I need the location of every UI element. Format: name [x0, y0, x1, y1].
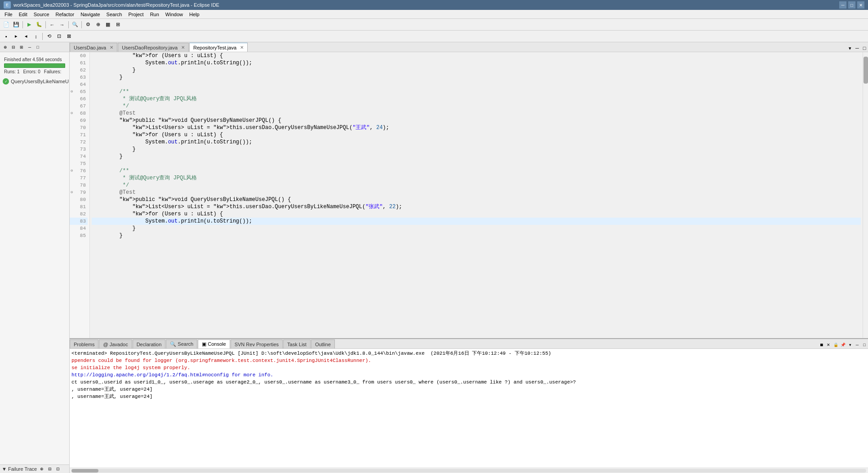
- left-panel-minimize[interactable]: ─: [26, 44, 33, 51]
- maximize-button[interactable]: □: [848, 1, 855, 9]
- code-line-69: "kw">public "kw">void QueryUsersByNameUs…: [92, 117, 861, 124]
- toolbar2-btn4[interactable]: ↕: [31, 32, 40, 41]
- left-panel-maximize[interactable]: □: [34, 44, 41, 51]
- console-line: ppenders could be found for logger (org.…: [71, 357, 866, 364]
- toolbar-back[interactable]: ←: [48, 20, 57, 29]
- left-panel-btn3[interactable]: ⊞: [18, 44, 25, 51]
- tab-repositorytest-close[interactable]: ✕: [240, 45, 244, 50]
- left-panel-btn2[interactable]: ⊟: [10, 44, 17, 51]
- bottom-tab-search[interactable]: 🔍 Search: [166, 339, 197, 348]
- bottom-tab-tasklist[interactable]: Task List: [283, 339, 311, 348]
- line-number-70: 70: [70, 124, 88, 131]
- code-line-80: "kw">public "kw">void QueryUsersByLikeNa…: [92, 196, 861, 203]
- toolbar-save[interactable]: 💾: [12, 20, 21, 29]
- menu-file[interactable]: File: [2, 11, 15, 18]
- bottom-minimize-btn[interactable]: ─: [854, 341, 861, 348]
- toolbar-btn6[interactable]: ⊕: [93, 20, 102, 29]
- bottom-lock-btn[interactable]: 🔒: [832, 341, 839, 348]
- toolbar-new[interactable]: 📄: [2, 20, 11, 29]
- code-line-82: "kw">for (Users u : uList) {: [92, 210, 861, 218]
- bottom-menu-btn[interactable]: ▾: [846, 341, 854, 348]
- test-pass-icon: ✓: [3, 78, 9, 85]
- bottom-tab-outline[interactable]: Outline: [311, 339, 335, 348]
- left-panel: ⊕ ⊟ ⊞ ─ □ Finished after 4.594 seconds R…: [0, 42, 70, 473]
- bottom-tab-console[interactable]: ▣ Console: [198, 339, 230, 348]
- line-number-85: 85: [70, 232, 88, 239]
- toolbar2-btn5[interactable]: ⟲: [45, 32, 53, 41]
- failure-trace-label: ▼ Failure Trace: [2, 466, 37, 472]
- bottom-tab-declaration[interactable]: Declaration: [133, 339, 166, 348]
- failure-trace-btn3[interactable]: ⊡: [55, 466, 61, 472]
- tab-minimize-btn[interactable]: ─: [854, 45, 861, 52]
- bottom-tab-problems[interactable]: Problems: [70, 339, 98, 348]
- tab-usersdaorepository[interactable]: UsersDaoRepository.java ✕: [118, 43, 189, 52]
- code-line-77: * 测试@Query查询 JPQL风格: [92, 174, 861, 182]
- code-line-60: "kw">for (Users u : uList) {: [92, 52, 861, 59]
- toolbar-forward[interactable]: →: [58, 20, 67, 29]
- menu-refactor[interactable]: Refactor: [53, 11, 77, 18]
- menu-source[interactable]: Source: [31, 11, 52, 18]
- toolbar-btn7[interactable]: ▦: [103, 20, 112, 29]
- code-line-73: }: [92, 146, 861, 153]
- toolbar2-btn1[interactable]: ▪: [2, 32, 11, 41]
- editor-scrollbar-thumb: [864, 57, 868, 84]
- menu-project[interactable]: Project: [125, 11, 146, 18]
- code-line-78: */: [92, 182, 861, 189]
- tab-menu-btn[interactable]: ▾: [846, 45, 854, 52]
- failure-trace-btn2[interactable]: ⊟: [47, 466, 53, 472]
- left-panel-content: Finished after 4.594 seconds Runs: 1 Err…: [0, 52, 69, 464]
- failure-trace-btn1[interactable]: ⊕: [39, 466, 45, 472]
- bottom-panel: Problems @ Javadoc Declaration 🔍 Search …: [70, 338, 868, 473]
- line-number-62: 62: [70, 67, 88, 74]
- menu-help[interactable]: Help: [187, 11, 202, 18]
- failure-trace-section: ▼ Failure Trace ⊕ ⊟ ⊡: [0, 464, 69, 473]
- console-header-line: <terminated> RepositoryTest.QueryUsersBy…: [71, 350, 866, 357]
- left-panel-btn1[interactable]: ⊕: [2, 44, 9, 51]
- test-tree-item[interactable]: ✓ QueryUsersByLikeNameU: [1, 77, 68, 85]
- bottom-clear-btn[interactable]: ✕: [825, 341, 832, 348]
- menu-window[interactable]: Window: [163, 11, 186, 18]
- code-editor: 6061626364656667686970717273747576777879…: [70, 52, 868, 338]
- tab-repositorytest[interactable]: RepositoryTest.java ✕: [189, 43, 248, 52]
- code-line-85: }: [92, 232, 861, 239]
- bottom-tab-javadoc[interactable]: @ Javadoc: [99, 339, 132, 348]
- bottom-tab-svn[interactable]: SVN Rev Properties: [231, 339, 283, 348]
- bottom-pin-btn[interactable]: 📌: [839, 341, 846, 348]
- close-button[interactable]: ✕: [857, 1, 864, 9]
- line-number-61: 61: [70, 59, 88, 67]
- menu-run[interactable]: Run: [147, 11, 162, 18]
- toolbar2-btn2[interactable]: ▸: [12, 32, 21, 41]
- code-line-83: System.out.println(u.toString());: [92, 218, 861, 225]
- toolbar2-btn3[interactable]: ◂: [22, 32, 31, 41]
- bottom-maximize-btn[interactable]: □: [861, 341, 868, 348]
- bottom-stop-btn[interactable]: ⏹: [818, 341, 825, 348]
- tab-usersdao-close[interactable]: ✕: [110, 45, 113, 50]
- toolbar2-btn7[interactable]: ⊠: [64, 32, 73, 41]
- editor-v-scrollbar[interactable]: [863, 52, 868, 338]
- toolbar-debug[interactable]: 🐛: [35, 20, 44, 29]
- code-content[interactable]: "kw">for (Users u : uList) { System.out.…: [90, 52, 863, 338]
- toolbar-btn8[interactable]: ⊞: [113, 20, 122, 29]
- menu-search[interactable]: Search: [104, 11, 125, 18]
- toolbar-search[interactable]: 🔍: [71, 20, 80, 29]
- menu-navigate[interactable]: Navigate: [78, 11, 102, 18]
- toolbar-btn5[interactable]: ⚙: [84, 20, 93, 29]
- minimize-button[interactable]: ─: [839, 1, 846, 9]
- code-line-71: "kw">for (Users u : uList) {: [92, 131, 861, 138]
- errors-count: Errors: 0: [23, 69, 40, 74]
- bottom-tab-console-label: ▣ Console: [202, 341, 226, 347]
- tab-usersdaorepository-close[interactable]: ✕: [181, 45, 185, 50]
- tab-maximize-btn[interactable]: □: [861, 45, 868, 52]
- progress-bar: [4, 63, 65, 68]
- menu-edit[interactable]: Edit: [16, 11, 30, 18]
- bottom-tab-bar: Problems @ Javadoc Declaration 🔍 Search …: [70, 339, 868, 349]
- runs-info: Runs: 1 Errors: 0 Failures:: [4, 69, 65, 74]
- toolbar-run[interactable]: ▶: [25, 20, 34, 29]
- line-number-60: 60: [70, 52, 88, 59]
- h-scrollbar-thumb: [71, 469, 98, 473]
- toolbar2-btn6[interactable]: ⊡: [54, 32, 63, 41]
- toolbar-sep2: [45, 21, 46, 28]
- tab-usersdao[interactable]: UsersDao.java ✕: [70, 43, 117, 52]
- bottom-h-scrollbar[interactable]: [70, 468, 868, 473]
- bottom-content[interactable]: <terminated> RepositoryTest.QueryUsersBy…: [70, 349, 868, 468]
